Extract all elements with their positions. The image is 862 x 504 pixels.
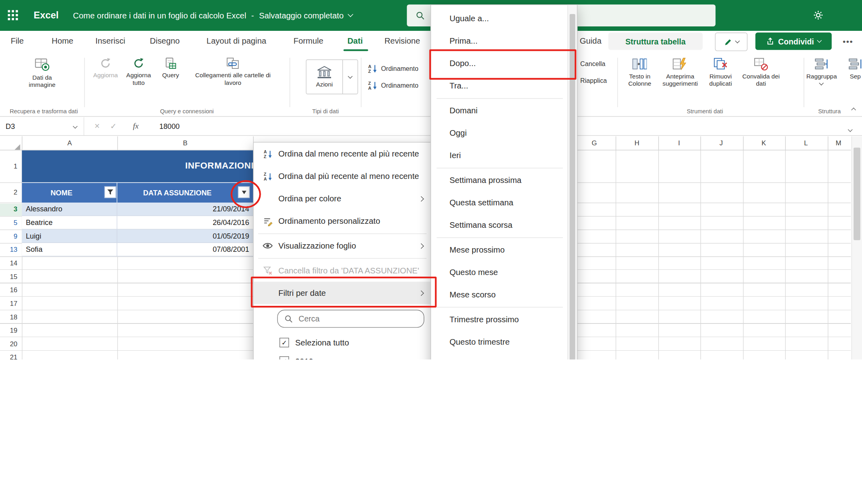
cell-a13[interactable]: Sofia	[22, 243, 117, 257]
table-header-nome[interactable]: NOME	[22, 183, 117, 203]
ungroup-rows-button[interactable]: Sep	[848, 57, 862, 80]
editing-mode-button[interactable]	[715, 32, 747, 51]
col-header-I[interactable]: I	[678, 139, 680, 147]
tab-formule[interactable]: Formule	[293, 31, 324, 51]
row-header-16[interactable]: 16	[0, 286, 17, 294]
cell-a5[interactable]: Beatrice	[22, 216, 117, 230]
group-rows-button[interactable]: Raggruppa	[806, 57, 837, 84]
refresh-all-button[interactable]: Aggiorna tutto	[126, 57, 151, 86]
nome-filter-button[interactable]	[104, 186, 116, 198]
col-header-J[interactable]: J	[719, 139, 723, 147]
menu-item-last-month[interactable]: Mese scorso	[431, 283, 569, 306]
actions-dropdown[interactable]	[343, 60, 357, 94]
formula-cancel-icon[interactable]: ×	[91, 117, 103, 135]
sort-ascending-button[interactable]: A Z Ordinamento	[368, 62, 418, 75]
formula-confirm-icon[interactable]: ✓	[107, 117, 120, 135]
col-header-A[interactable]: A	[67, 139, 72, 147]
row-header-18[interactable]: 18	[0, 313, 17, 321]
menu-item-today[interactable]: Oggi	[431, 122, 569, 144]
row-header-20[interactable]: 20	[0, 340, 17, 348]
row-header-3[interactable]: 3	[0, 205, 17, 213]
col-header-G[interactable]: G	[592, 139, 597, 147]
menu-item-sort-oldest[interactable]: A Z Ordina dal meno recente al più recen…	[254, 143, 431, 165]
document-title[interactable]: Come ordinare i dati in un foglio di cal…	[73, 11, 246, 20]
menu-item-next-month[interactable]: Mese prossimo	[431, 239, 569, 261]
row-header-17[interactable]: 17	[0, 300, 17, 308]
col-header-B[interactable]: B	[183, 139, 187, 147]
vertical-scrollbar[interactable]	[851, 137, 862, 359]
filter-search-box[interactable]	[277, 310, 424, 328]
cell-a9[interactable]: Luigi	[22, 229, 117, 243]
query-button[interactable]: Query	[162, 57, 179, 79]
cell-b13[interactable]: 07/08/2001	[117, 243, 253, 257]
cell-b9[interactable]: 01/05/2019	[117, 229, 253, 243]
row-header-9[interactable]: 9	[0, 232, 17, 240]
menu-item-this-month[interactable]: Questo mese	[431, 261, 569, 283]
col-header-K[interactable]: K	[762, 139, 766, 147]
sort-descending-button[interactable]: Z A Ordinamento	[368, 79, 418, 92]
menu-item-sort-newest[interactable]: Z A Ordina dal più recente al meno recen…	[254, 165, 431, 187]
cell-b3[interactable]: 21/09/2014	[117, 203, 253, 216]
tab-inserisci[interactable]: Inserisci	[95, 31, 125, 51]
filter-search-input[interactable]	[297, 314, 412, 324]
row-header-21[interactable]: 21	[0, 353, 17, 359]
menu-item-custom-sort[interactable]: Ordinamento personalizzato	[254, 210, 431, 232]
remove-duplicates-button[interactable]: Rimuovi duplicati	[709, 57, 732, 88]
workbook-links-button[interactable]: Collegamenti alle cartelle di lavoro	[195, 57, 271, 86]
row-header-13[interactable]: 13	[0, 246, 17, 254]
col-header-M[interactable]: M	[836, 139, 841, 147]
name-box[interactable]: D3	[0, 117, 84, 135]
tab-home[interactable]: Home	[52, 31, 73, 51]
menu-item-equals[interactable]: Uguale a...	[431, 7, 569, 30]
more-options-icon[interactable]: •••	[838, 32, 858, 50]
data-from-picture-button[interactable]: Dati da immagine	[29, 57, 56, 88]
clear-filter-button[interactable]: Cancella	[580, 58, 605, 70]
tab-guida[interactable]: Guida	[580, 31, 601, 51]
menu-item-before[interactable]: Prima...	[431, 30, 569, 52]
tab-dati[interactable]: Dati	[348, 31, 363, 51]
collapse-ribbon-chevron-up-icon[interactable]	[852, 104, 855, 114]
row-header-2[interactable]: 2	[0, 189, 17, 197]
tab-file[interactable]: File	[11, 31, 24, 51]
expand-icon[interactable]: +	[269, 356, 277, 359]
checkbox-checked[interactable]: ✓	[279, 356, 289, 359]
menu-item-sheet-view[interactable]: Visualizzazione foglio	[254, 235, 431, 257]
tab-struttura-tabella[interactable]: Struttura tabella	[608, 32, 702, 50]
col-header-L[interactable]: L	[804, 139, 808, 147]
menu-item-this-week[interactable]: Questa settimana	[431, 191, 569, 214]
data-validation-button[interactable]: Convalida dei dati	[742, 57, 780, 88]
text-to-columns-button[interactable]: Testo in Colonne	[628, 57, 651, 88]
tab-disegno[interactable]: Disegno	[150, 31, 180, 51]
cell-a3[interactable]: Alessandro	[22, 203, 117, 216]
settings-gear-icon[interactable]	[813, 10, 824, 23]
refresh-button-disabled[interactable]: Aggiorna	[93, 57, 118, 79]
actions-main[interactable]: Azioni	[306, 60, 343, 94]
cell-b5[interactable]: 26/04/2016	[117, 216, 253, 230]
row-header-15[interactable]: 15	[0, 273, 17, 281]
data-types-actions-button[interactable]: Azioni	[306, 60, 358, 94]
row-header-1[interactable]: 1	[0, 162, 17, 170]
formula-input[interactable]: 18000	[159, 117, 180, 135]
menu-item-last-week[interactable]: Settimana scorsa	[431, 214, 569, 236]
tab-layout[interactable]: Layout di pagina	[207, 31, 266, 51]
menu-item-sort-by-color[interactable]: Ordina per colore	[254, 187, 431, 210]
menu-item-yesterday[interactable]: Ieri	[431, 144, 569, 167]
share-button[interactable]: Condividi	[756, 32, 832, 50]
filter-option-2019[interactable]: + ✓ 2019	[254, 352, 431, 359]
reapply-filter-button[interactable]: Riapplica	[580, 74, 607, 87]
save-status[interactable]: Salvataggio completato	[259, 11, 344, 20]
insert-function-fx-icon[interactable]: fx	[129, 117, 143, 135]
menu-item-next-quarter[interactable]: Trimestre prossimo	[431, 308, 569, 331]
table-title-cell[interactable]: INFORMAZIONI	[22, 151, 258, 183]
tab-revisione[interactable]: Revisione	[384, 31, 420, 51]
title-chevron-down-icon[interactable]	[348, 12, 354, 17]
row-header-14[interactable]: 14	[0, 259, 17, 267]
col-header-H[interactable]: H	[635, 139, 639, 147]
expand-formula-bar-chevron-icon[interactable]	[848, 124, 852, 133]
filter-option-select-all[interactable]: ✓ Seleziona tutto	[254, 333, 431, 352]
menu-item-next-week[interactable]: Settimana prossima	[431, 169, 569, 191]
row-header-5[interactable]: 5	[0, 219, 17, 227]
app-launcher-waffle-icon[interactable]	[7, 9, 19, 23]
vertical-scroll-thumb[interactable]	[854, 148, 860, 240]
menu-item-this-quarter[interactable]: Questo trimestre	[431, 331, 569, 353]
